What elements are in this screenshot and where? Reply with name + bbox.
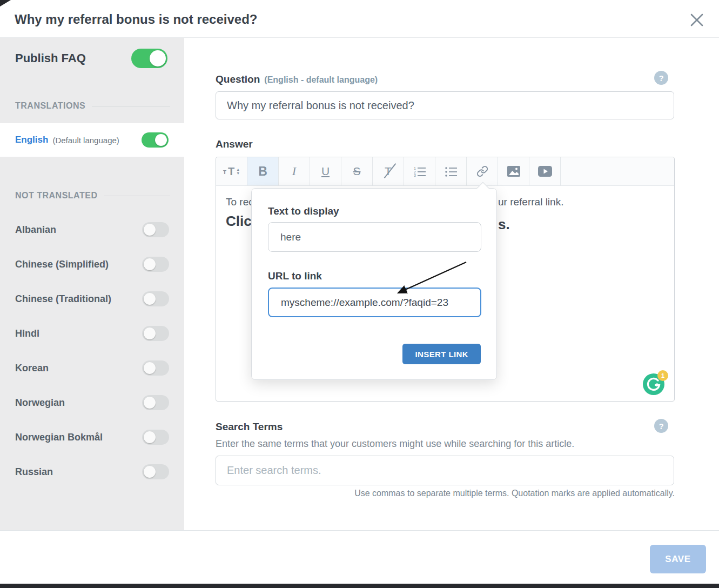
publish-faq-label: Publish FAQ (15, 51, 86, 65)
translations-section-header: TRANSLATIONS (15, 101, 170, 111)
language-name: Russian (15, 466, 53, 478)
dialog-title: Why my referral bonus is not received? (15, 12, 257, 27)
language-name: Hindi (15, 328, 39, 339)
image-icon (507, 166, 520, 177)
question-language-note: (English - default language) (264, 75, 378, 84)
grammarly-alert-badge: 1 (657, 370, 668, 381)
underline-icon: U (321, 165, 330, 178)
language-row-russian: Russian (0, 455, 184, 489)
bold-icon: B (258, 164, 267, 179)
url-to-link-input[interactable] (268, 288, 481, 317)
question-help-icon[interactable]: ? (654, 71, 668, 85)
url-to-link-label: URL to link (268, 270, 322, 282)
language-toggle-chinese-traditional[interactable] (142, 291, 169, 306)
editor-text-fragment-bold: s. (498, 216, 510, 233)
text-to-display-input[interactable] (268, 222, 481, 252)
editor-text-fragment: To rec (226, 196, 254, 208)
language-name: Chinese (Traditional) (15, 293, 111, 305)
insert-video-button[interactable] (529, 157, 561, 185)
svg-text:1: 1 (414, 166, 416, 170)
question-label: Question (216, 74, 260, 85)
font-size-icon: тT ▲▼ (223, 165, 240, 178)
close-icon[interactable] (690, 13, 704, 27)
editor-text-fragment-bold: Clic (226, 213, 252, 230)
language-row-norwegian: Norwegian (0, 385, 184, 420)
insert-image-button[interactable] (498, 157, 529, 185)
italic-button[interactable]: I (279, 157, 310, 185)
language-row-korean: Korean (0, 351, 184, 385)
language-name: Norwegian Bokmål (15, 432, 103, 443)
default-language-note: (Default language) (52, 136, 142, 145)
language-toggle-russian[interactable] (142, 464, 169, 479)
language-row-chinese-traditional: Chinese (Traditional) (0, 282, 184, 316)
unordered-list-icon (445, 166, 457, 177)
sidebar: Publish FAQ TRANSLATIONS English (Defaul… (0, 38, 184, 530)
publish-faq-row: Publish FAQ (15, 48, 167, 69)
search-terms-help-icon[interactable]: ? (654, 419, 668, 433)
search-terms-label: Search Terms (216, 421, 283, 433)
save-button[interactable]: SAVE (650, 545, 706, 573)
svg-text:3: 3 (414, 173, 416, 177)
language-row-albanian: Albanian (0, 212, 184, 247)
language-name: Korean (15, 363, 49, 374)
language-toggle-korean[interactable] (142, 360, 169, 376)
toggle-knob (144, 397, 156, 409)
font-size-button[interactable]: тT ▲▼ (216, 157, 247, 185)
answer-label: Answer (216, 138, 253, 150)
unordered-list-button[interactable] (435, 157, 467, 185)
language-row-english[interactable]: English (Default language) (0, 123, 184, 157)
language-name: Albanian (15, 224, 56, 236)
language-row-norwegian-bokmal: Norwegian Bokmål (0, 420, 184, 455)
toggle-knob (144, 224, 156, 236)
language-toggle-norwegian[interactable] (142, 395, 169, 410)
not-translated-section-header: NOT TRANSLATED (15, 191, 170, 201)
background-corner (0, 0, 11, 6)
strikethrough-button[interactable]: S (341, 157, 373, 185)
ordered-list-icon: 1 2 3 (414, 166, 426, 177)
dialog-header: Why my referral bonus is not received? (0, 0, 719, 38)
language-name-english[interactable]: English (15, 135, 48, 145)
toggle-knob (144, 431, 156, 443)
language-row-chinese-simplified: Chinese (Simplified) (0, 247, 184, 282)
insert-link-button[interactable] (467, 157, 498, 185)
language-toggle-norwegian-bokmal[interactable] (142, 430, 169, 445)
editor-text-fragment: ur referral link. (498, 196, 563, 208)
search-terms-hint: Use commas to separate multiple terms. Q… (216, 489, 675, 498)
ordered-list-button[interactable]: 1 2 3 (404, 157, 435, 185)
grammarly-icon[interactable]: 1 (643, 373, 664, 395)
toggle-knob (144, 328, 156, 339)
insert-link-submit-button[interactable]: INSERT LINK (402, 344, 481, 364)
clear-formatting-icon: T (385, 165, 392, 178)
publish-faq-toggle[interactable] (131, 49, 167, 68)
language-name: Chinese (Simplified) (15, 259, 109, 270)
language-toggle-english[interactable] (142, 132, 169, 148)
text-to-display-label: Text to display (268, 205, 339, 217)
dialog-footer: SAVE (0, 530, 719, 584)
toggle-knob (144, 466, 156, 478)
toggle-knob (144, 293, 156, 305)
link-icon (476, 165, 488, 177)
question-input[interactable] (216, 91, 674, 119)
language-name: Norwegian (15, 397, 65, 409)
search-terms-description: Enter the same terms that your customers… (216, 438, 574, 450)
language-toggle-chinese-simplified[interactable] (142, 257, 169, 272)
editor-toolbar: тT ▲▼ B I U S T 1 2 3 (216, 157, 674, 186)
video-icon (538, 166, 552, 177)
insert-link-popover: Text to display URL to link INSERT LINK (251, 188, 497, 380)
italic-icon: I (292, 164, 296, 178)
toggle-knob (144, 258, 156, 270)
toggle-knob (150, 50, 166, 66)
search-terms-input[interactable] (216, 456, 674, 485)
toggle-knob (155, 134, 167, 146)
underline-button[interactable]: U (310, 157, 341, 185)
language-toggle-hindi[interactable] (142, 326, 169, 341)
language-toggle-albanian[interactable] (142, 222, 169, 237)
clear-formatting-button[interactable]: T (373, 157, 404, 185)
strikethrough-icon: S (353, 165, 360, 178)
question-label-row: Question(English - default language) (216, 74, 378, 85)
language-row-hindi: Hindi (0, 316, 184, 351)
background-bottom-edge (0, 584, 719, 588)
toggle-knob (144, 362, 156, 374)
bold-button[interactable]: B (247, 157, 279, 185)
